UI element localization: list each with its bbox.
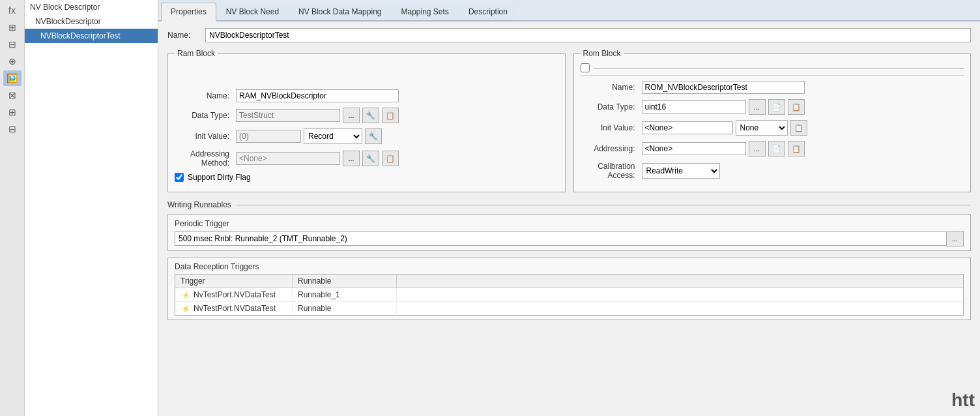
rom-init-value-input[interactable] [642,121,733,134]
runnable-cell-2: Runnable [293,302,397,315]
toolbar-icon-7[interactable]: ⊟ [3,121,22,137]
writing-runnables-divider: Writing Runnables [167,200,971,209]
rom-none-select[interactable]: None [736,120,788,136]
main-panel: Properties NV Block Need NV Block Data M… [158,0,980,416]
col-header-trigger: Trigger [175,275,293,288]
corner-text: htt [951,390,975,411]
ram-init-btn[interactable]: 🔧 [365,128,382,144]
rom-data-type-btn3[interactable]: 📋 [788,99,805,115]
rom-enable-checkbox[interactable] [581,63,590,72]
periodic-trigger-row: ... [175,231,964,246]
ram-addressing-btn2[interactable]: 🔧 [362,151,379,166]
name-input[interactable] [205,28,971,42]
tab-bar: Properties NV Block Need NV Block Data M… [158,0,980,22]
rom-addressing-btn3[interactable]: 📋 [788,141,805,156]
rom-data-type-input[interactable] [642,100,746,113]
toolbar-icon-3[interactable]: ⊕ [3,53,22,69]
tab-description[interactable]: Description [459,3,517,20]
toolbar-icon-6[interactable]: ⊞ [3,104,22,120]
ram-record-select[interactable]: Record [304,128,362,144]
ram-addressing-btn3[interactable]: 📋 [382,151,399,166]
runnable-cell-1: Runnable_1 [293,288,397,301]
rom-addressing-browse-btn[interactable]: ... [749,141,766,156]
trigger-cell-2: ⚡ NvTestPort.NVDataTest [175,302,293,315]
table-header: Trigger Runnable [175,275,963,288]
ram-addressing-row: AddressingMethod: ... 🔧 📋 [175,149,558,168]
sidebar-item-nv-block-descriptor[interactable]: NV Block Descriptor [25,0,158,14]
trigger-cell-1: ⚡ NvTestPort.NVDataTest [175,288,293,301]
ram-data-type-input[interactable] [236,109,340,122]
rom-name-row: Name: [581,81,964,94]
rom-data-type-row: Data Type: ... 📄 📋 [581,99,964,115]
periodic-trigger-browse-btn[interactable]: ... [947,231,964,246]
ram-name-input[interactable] [236,89,399,102]
ram-data-type-browse-btn[interactable]: ... [343,108,360,123]
data-reception-label: Data Reception Triggers [175,262,964,271]
name-label: Name: [167,31,200,40]
ram-addressing-input[interactable] [236,152,340,165]
rom-calibration-row: Calibration Access: ReadWrite [581,162,964,180]
rom-calibration-select[interactable]: ReadWrite [642,163,720,179]
rom-header [581,63,964,76]
periodic-trigger-box: Periodic Trigger ... [167,215,971,251]
tab-properties[interactable]: Properties [161,3,216,22]
toolbar-icon-4[interactable]: 🖼️ [3,70,22,86]
tab-nv-block-data-mapping[interactable]: NV Block Data Mapping [289,3,391,20]
data-reception-table: Trigger Runnable ⚡ NvTestPort.NVDataTest… [175,274,964,316]
empty-cell-1 [397,288,963,301]
rom-block-title: Rom Block [581,49,624,58]
rom-data-type-label: Data Type: [581,102,639,111]
writing-runnables-line [237,205,971,205]
rom-addressing-label: Addressing: [581,144,639,153]
blocks-row: Ram Block Name: Data Type: ... 🔧 📋 [167,49,971,192]
rom-init-btn[interactable]: 📋 [790,120,807,136]
tab-mapping-sets[interactable]: Mapping Sets [391,3,458,20]
ram-init-value-label: Init Value: [175,132,233,141]
writing-runnables-title: Writing Runnables [167,200,231,209]
rom-addressing-row: Addressing: ... 📄 📋 [581,141,964,156]
toolbar-icon-fx[interactable]: fx [3,3,22,18]
rom-init-value-label: Init Value: [581,123,639,132]
rom-divider-line [594,68,964,68]
sidebar-item-nvblockdescriptor[interactable]: NVBlockDescriptor [25,14,158,29]
toolbar-icon-1[interactable]: ⊞ [3,20,22,35]
rom-calibration-label: Calibration Access: [581,162,639,180]
toolbar-icon-2[interactable]: ⊟ [3,37,22,52]
rom-addressing-input[interactable] [642,142,746,155]
ram-addressing-browse-btn[interactable]: ... [343,151,360,166]
table-row: ⚡ NvTestPort.NVDataTest Runnable [175,302,963,315]
toolbar: fx ⊞ ⊟ ⊕ 🖼️ ⊠ ⊞ ⊟ [0,0,25,416]
rom-data-type-btn2[interactable]: 📄 [768,99,785,115]
trigger-icon-2: ⚡ [180,304,191,313]
periodic-trigger-label: Periodic Trigger [175,219,964,228]
ram-data-type-row: Data Type: ... 🔧 📋 [175,108,558,123]
support-dirty-checkbox[interactable] [175,173,184,182]
rom-data-type-browse-btn[interactable]: ... [749,99,766,115]
rom-name-input[interactable] [642,81,805,94]
data-reception-box: Data Reception Triggers Trigger Runnable… [167,258,971,320]
support-dirty-row: Support Dirty Flag [175,173,558,182]
trigger-value-1: NvTestPort.NVDataTest [194,290,276,299]
ram-init-value-input[interactable] [236,130,301,143]
ram-name-label: Name: [175,91,233,100]
ram-data-type-btn2[interactable]: 🔧 [362,108,379,123]
rom-name-label: Name: [581,83,639,92]
ram-data-type-btn3[interactable]: 📋 [382,108,399,123]
ram-data-type-label: Data Type: [175,111,233,120]
rom-addressing-btn2[interactable]: 📄 [768,141,785,156]
periodic-trigger-input[interactable] [175,231,947,246]
rom-block: Rom Block Name: Data Type: ... 📄 [573,49,972,192]
rom-init-value-row: Init Value: None 📋 [581,120,964,136]
ram-name-row: Name: [175,89,558,102]
toolbar-icon-5[interactable]: ⊠ [3,87,22,103]
tab-nv-block-need[interactable]: NV Block Need [216,3,289,20]
ram-addressing-label: AddressingMethod: [175,149,233,168]
empty-cell-2 [397,302,963,315]
trigger-value-2: NvTestPort.NVDataTest [194,304,276,313]
sidebar: NV Block Descriptor NVBlockDescriptor NV… [25,0,158,416]
ram-init-value-row: Init Value: Record 🔧 [175,128,558,144]
col-header-empty [397,275,963,288]
sidebar-item-nvblockdescriptortest[interactable]: NVBlockDescriptorTest [25,29,158,43]
name-row: Name: [167,28,971,42]
table-row: ⚡ NvTestPort.NVDataTest Runnable_1 [175,288,963,302]
